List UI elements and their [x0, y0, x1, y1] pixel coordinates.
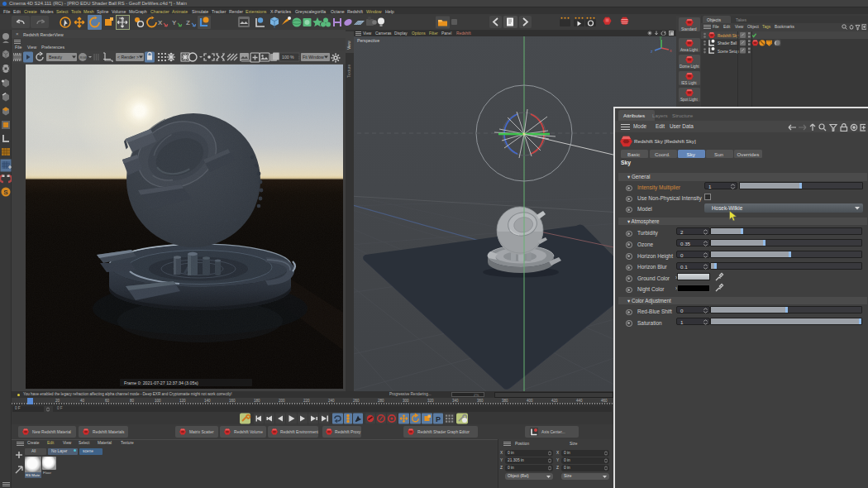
svg-text:Y: Y [172, 19, 177, 26]
svg-text:P: P [436, 415, 441, 423]
svg-text:Spot Light: Spot Light [680, 98, 698, 102]
svg-text:Matrix Scatter: Matrix Scatter [189, 430, 214, 434]
svg-text:Redshift Environment: Redshift Environment [280, 430, 319, 434]
svg-text:Frame 0: 2021-07-27 12:37: Frame 0: 2021-07-27 12:37:34 (3.05s) [124, 380, 198, 385]
svg-text:Axis Center...: Axis Center... [541, 430, 565, 434]
svg-text:Standard: Standard [681, 27, 697, 31]
svg-text:Redshift Shader Graph Editor: Redshift Shader Graph Editor [417, 430, 470, 434]
svg-text:Redshift Materials: Redshift Materials [93, 430, 125, 434]
svg-text:100 %: 100 % [282, 55, 294, 60]
svg-text:Redshift Proxy: Redshift Proxy [335, 430, 361, 434]
svg-text:New Redshift Material: New Redshift Material [32, 430, 71, 434]
svg-text:Area Light: Area Light [680, 48, 699, 52]
svg-text:RGB: RGB [80, 55, 88, 60]
svg-text:S: S [4, 189, 9, 196]
svg-text:y: y [660, 36, 662, 40]
svg-text:Beauty: Beauty [49, 55, 63, 60]
svg-text:Scene Setup: Scene Setup [718, 50, 739, 54]
svg-text:IES Light: IES Light [681, 81, 697, 85]
svg-text:< Render >: < Render > [117, 55, 139, 60]
svg-text:Z: Z [186, 19, 190, 26]
svg-text:z: z [651, 49, 653, 54]
svg-text:Shader Ball: Shader Ball [718, 41, 737, 45]
svg-text:Redshift Volume: Redshift Volume [234, 430, 263, 434]
svg-text::: : [298, 55, 299, 60]
svg-text:Redshift Sky: Redshift Sky [718, 34, 739, 38]
svg-text:Dome Light: Dome Light [680, 65, 699, 69]
svg-text:X: X [158, 19, 163, 26]
svg-text:Fit Window: Fit Window [303, 55, 324, 60]
svg-text:x: x [670, 48, 672, 53]
